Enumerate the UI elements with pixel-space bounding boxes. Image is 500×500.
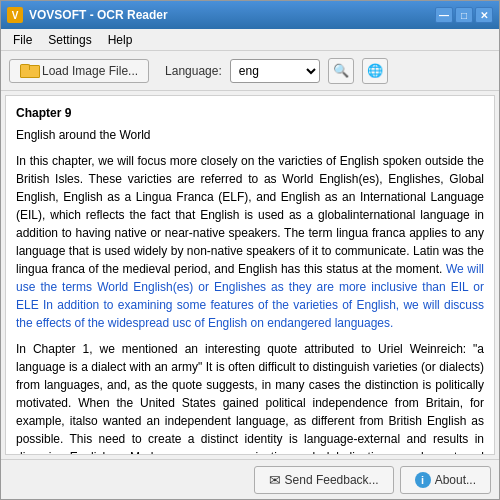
- ocr-text-area[interactable]: Chapter 9 English around the World In th…: [5, 95, 495, 455]
- menu-settings[interactable]: Settings: [40, 31, 99, 49]
- scan-icon: 🔍: [333, 63, 349, 78]
- subtitle: English around the World: [16, 126, 484, 144]
- status-bar: ✉ Send Feedback... i About...: [1, 459, 499, 499]
- language-label: Language:: [165, 64, 222, 78]
- menu-file[interactable]: File: [5, 31, 40, 49]
- load-image-button[interactable]: Load Image File...: [9, 59, 149, 83]
- menu-bar: File Settings Help: [1, 29, 499, 51]
- paragraph-1: In this chapter, we will focus more clos…: [16, 152, 484, 332]
- ocr-scan-button[interactable]: 🔍: [328, 58, 354, 84]
- app-icon: V: [7, 7, 23, 23]
- toolbar: Load Image File... Language: eng fra deu…: [1, 51, 499, 91]
- text-content: Chapter 9 English around the World In th…: [16, 104, 484, 455]
- content-area: Chapter 9 English around the World In th…: [1, 91, 499, 459]
- feedback-btn-label: Send Feedback...: [285, 473, 379, 487]
- app-window: V VOVSOFT - OCR Reader — □ ✕ File Settin…: [0, 0, 500, 500]
- paragraph-2: In Chapter 1, we mentioned an interestin…: [16, 340, 484, 455]
- chapter-heading: Chapter 9: [16, 104, 484, 122]
- load-btn-label: Load Image File...: [42, 64, 138, 78]
- maximize-button[interactable]: □: [455, 7, 473, 23]
- folder-icon: [20, 64, 38, 78]
- send-feedback-button[interactable]: ✉ Send Feedback...: [254, 466, 394, 494]
- window-title: VOVSOFT - OCR Reader: [29, 8, 435, 22]
- window-controls: — □ ✕: [435, 7, 493, 23]
- title-bar: V VOVSOFT - OCR Reader — □ ✕: [1, 1, 499, 29]
- info-icon: i: [415, 472, 431, 488]
- envelope-icon: ✉: [269, 472, 281, 488]
- globe-button[interactable]: 🌐: [362, 58, 388, 84]
- close-button[interactable]: ✕: [475, 7, 493, 23]
- minimize-button[interactable]: —: [435, 7, 453, 23]
- language-select[interactable]: eng fra deu spa ita: [230, 59, 320, 83]
- menu-help[interactable]: Help: [100, 31, 141, 49]
- about-button[interactable]: i About...: [400, 466, 491, 494]
- about-btn-label: About...: [435, 473, 476, 487]
- globe-icon: 🌐: [367, 63, 383, 78]
